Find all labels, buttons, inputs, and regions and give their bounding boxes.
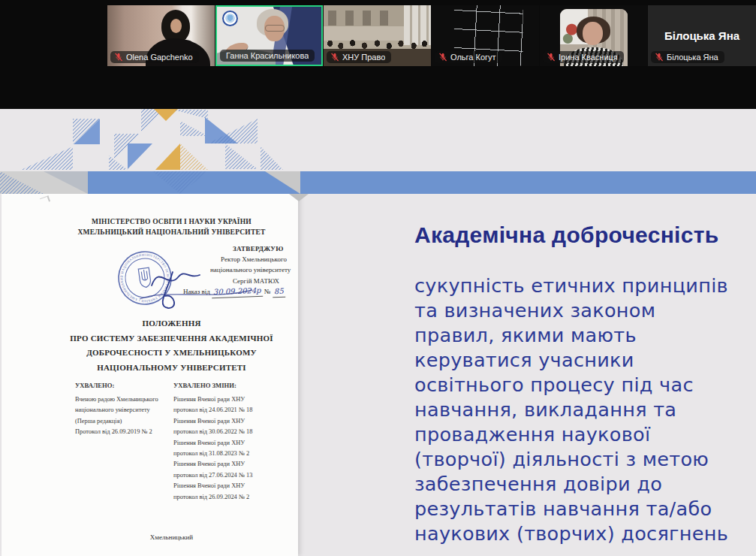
participant-name: Ірина Квасниця — [559, 53, 618, 62]
classroom-students — [324, 36, 431, 53]
participant-nameplate: Ірина Квасниця — [543, 51, 624, 63]
document-title-line: ПОЛОЖЕННЯ — [45, 316, 298, 331]
slide-body-line: правил, якими мають — [414, 323, 728, 348]
participant-name: Ганна Красильникова — [226, 51, 309, 60]
participant-tile-camera-off[interactable]: Білоцька Яна Білоцька Яна — [648, 5, 756, 66]
document-title: ПОЛОЖЕННЯ ПРО СИСТЕМУ ЗАБЕЗПЕЧЕННЯ АКАДЕ… — [2, 316, 298, 375]
muted-mic-icon — [438, 53, 447, 62]
document-page: МІНІСТЕРСТВО ОСВІТИ І НАУКИ УКРАЇНИ ХМЕЛ… — [2, 194, 298, 556]
participant-tile[interactable]: Olena Gapchenko — [107, 5, 215, 66]
participant-nameplate: Білоцька Яна — [651, 51, 724, 63]
person-silhouette — [583, 22, 603, 45]
changes-line: протокол від 24.06.2021 № 18 — [173, 405, 262, 415]
classroom-wall — [328, 11, 390, 25]
document-header: МІНІСТЕРСТВО ОСВІТИ І НАУКИ УКРАЇНИ ХМЕЛ… — [2, 216, 298, 237]
slide-body-line: провадження наукової — [414, 422, 728, 447]
slide-body-line: забезпечення довіри до — [414, 472, 728, 497]
document-title-line: ДОБРОЧЕСНОСТІ У ХМЕЛЬНИЦЬКОМУ — [45, 346, 298, 361]
slide-decor-triangles — [0, 109, 756, 202]
participant-name: ХНУ Право — [342, 53, 385, 62]
document-title-line: НАЦІОНАЛЬНОМУ УНІВЕРСИТЕТІ — [45, 361, 298, 376]
shared-screen-slide: МІНІСТЕРСТВО ОСВІТИ І НАУКИ УКРАЇНИ ХМЕЛ… — [0, 109, 756, 556]
participant-nameplate: Olena Gapchenko — [110, 51, 199, 63]
university-logo — [222, 11, 238, 26]
slide-body-line: (творчої) діяльності з метою — [414, 447, 728, 472]
slide-body-line: сукупність етичних принципів — [414, 273, 728, 298]
participant-nameplate: ХНУ Право — [327, 51, 391, 63]
university-line: ХМЕЛЬНИЦЬКИЙ НАЦІОНАЛЬНИЙ УНІВЕРСИТЕТ — [45, 227, 298, 237]
changes-line: Рішення Вченої ради ХНУ — [173, 481, 262, 491]
adopted-line: Вченою радою Хмельницького — [75, 394, 164, 405]
participant-name: Білоцька Яна — [667, 53, 718, 62]
changes-line: протокол від 30.06.2022 № 18 — [173, 427, 262, 437]
document-title-line: ПРО СИСТЕМУ ЗАБЕЗПЕЧЕННЯ АКАДЕМІЧНОЇ — [45, 331, 298, 346]
slide-body-line: результатів навчання та/або — [414, 497, 728, 521]
adopted-line: (Перша редакція) — [75, 416, 164, 427]
handwritten-number: 85 — [273, 286, 285, 298]
adopted-column: УХВАЛЕНО: Вченою радою Хмельницького нац… — [75, 382, 164, 503]
person-silhouette — [265, 25, 285, 32]
changes-line: протокол від 26.09.2024 № 2 — [173, 492, 262, 503]
changes-line: Рішення Вченої ради ХНУ — [173, 438, 262, 449]
adopted-line: Протокол від 26.09.2019 № 2 — [75, 427, 164, 437]
slide-body-line: навчання, викладання та — [414, 397, 728, 422]
adopted-heading: УХВАЛЕНО: — [75, 382, 164, 389]
muted-mic-icon — [330, 53, 339, 62]
document-city: Хмельницький — [2, 533, 298, 541]
slide-body-line: та визначених законом — [414, 298, 728, 323]
changes-line: Рішення Вченої ради ХНУ — [173, 416, 262, 427]
slide-body-line: освітнього процесу під час — [414, 373, 728, 397]
changes-line: Рішення Вченої ради ХНУ — [173, 459, 262, 470]
muted-mic-icon — [114, 53, 123, 62]
approve-label: ЗАТВЕРДЖУЮ — [233, 243, 297, 254]
handwritten-signature — [129, 254, 261, 310]
changes-line: протокол від 31.08.2023 № 2 — [173, 449, 262, 459]
changes-column: УХВАЛЕНО ЗМІНИ: Рішення Вченої ради ХНУ … — [173, 382, 262, 503]
slide-body-line: керуватися учасники — [414, 348, 728, 373]
muted-mic-icon — [547, 53, 556, 62]
changes-heading: УХВАЛЕНО ЗМІНИ: — [173, 382, 262, 389]
slide-body-text: сукупність етичних принципів та визначен… — [414, 273, 728, 546]
participant-tile[interactable]: Ольга Когут — [432, 5, 539, 66]
approval-columns: УХВАЛЕНО: Вченою радою Хмельницького нац… — [75, 382, 292, 503]
ministry-line: МІНІСТЕРСТВО ОСВІТИ І НАУКИ УКРАЇНИ — [45, 216, 298, 227]
changes-line: протокол від 27.06.2024 № 13 — [173, 470, 262, 481]
participant-display-name: Білоцька Яна — [648, 29, 756, 42]
slide-title: Академічна доброчесність — [414, 222, 718, 248]
participant-tile-active-speaker[interactable]: Ганна Красильникова — [215, 5, 323, 66]
participant-nameplate: Ганна Красильникова — [220, 50, 315, 62]
participant-name: Ольга Когут — [450, 53, 496, 62]
muted-mic-icon — [655, 53, 664, 62]
slide-body-line: наукових (творчих) досягнень — [414, 521, 728, 546]
participant-name: Olena Gapchenko — [126, 53, 193, 62]
number-label: № — [264, 288, 271, 295]
zoom-meeting-window: Olena Gapchenko Ганна Красильникова — [0, 0, 756, 556]
adopted-line: національного університету — [75, 405, 164, 415]
participant-tile[interactable]: Ірина Квасниця — [540, 5, 647, 66]
changes-line: Рішення Вченої ради ХНУ — [173, 394, 262, 405]
participant-nameplate: Ольга Когут — [435, 51, 502, 63]
participant-tile[interactable]: ХНУ Право — [324, 5, 431, 66]
